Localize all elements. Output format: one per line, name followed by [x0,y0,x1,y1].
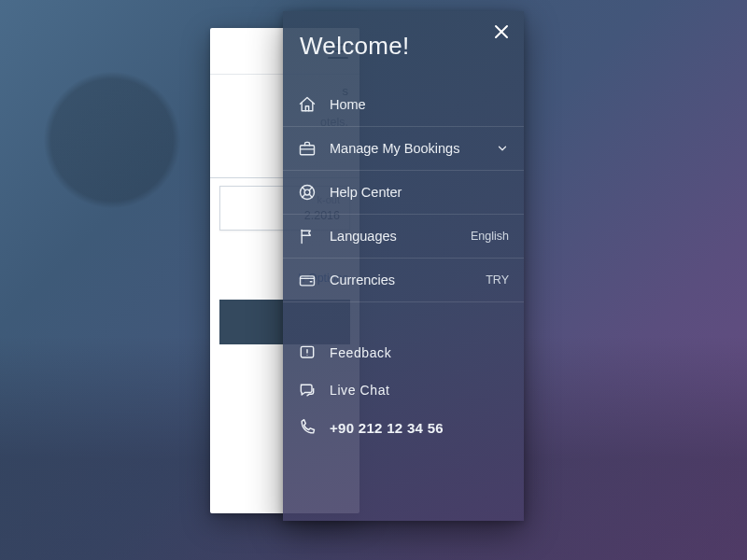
menu-item-label: Live Chat [330,383,390,398]
svg-point-5 [307,355,308,356]
currency-value: TRY [486,273,509,287]
chat-icon [298,381,317,399]
menu-item-feedback[interactable]: Feedback [283,334,524,371]
feedback-icon [298,343,317,362]
language-value: English [471,230,509,243]
menu-item-label: Manage My Bookings [330,141,483,156]
phone-number: +90 212 12 34 56 [330,420,444,436]
menu-item-home[interactable]: Home [283,83,524,127]
flag-icon [298,227,317,245]
primary-menu: Home Manage My Bookings Help Center [283,83,524,302]
menu-item-label: Feedback [330,345,391,360]
home-icon [298,95,317,114]
menu-item-phone[interactable]: +90 212 12 34 56 [283,409,524,446]
svg-rect-0 [301,146,315,155]
wallet-icon [298,271,317,289]
close-icon [493,23,510,40]
briefcase-icon [298,139,317,158]
menu-item-currencies[interactable]: Currencies TRY [283,259,524,302]
secondary-menu: Feedback Live Chat +90 212 12 34 56 [283,334,524,446]
phone-icon [298,418,317,437]
chevron-down-icon [496,142,509,155]
close-button[interactable] [486,17,516,47]
lifebuoy-icon [298,183,317,202]
nav-drawer: Welcome! Home Manage My Bookings [283,11,524,521]
svg-rect-3 [301,276,315,286]
menu-item-bookings[interactable]: Manage My Bookings [283,127,524,171]
menu-item-label: Languages [330,229,458,244]
menu-item-livechat[interactable]: Live Chat [283,371,524,409]
menu-item-label: Currencies [330,273,472,287]
menu-item-label: Home [330,97,509,112]
menu-item-languages[interactable]: Languages English [283,215,524,259]
menu-item-help[interactable]: Help Center [283,171,524,215]
menu-item-label: Help Center [330,185,509,200]
